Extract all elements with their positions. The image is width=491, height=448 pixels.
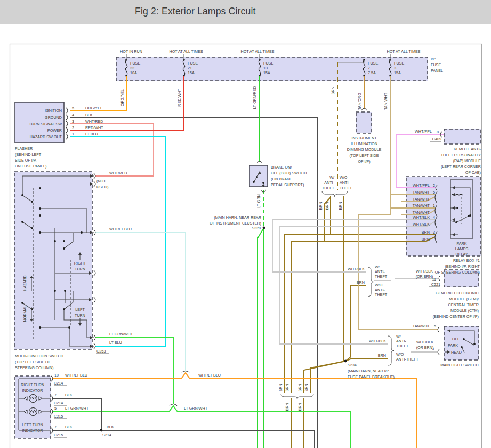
- label: CENTRAL TIMER: [448, 302, 479, 307]
- flasher-pin-name: POWER: [47, 128, 62, 133]
- pin-number: 7: [54, 393, 57, 397]
- fuse-label: FUSE: [188, 61, 198, 66]
- label: LEFT: [75, 307, 85, 312]
- power-feed-label: HOT AT ALL TIMES: [240, 49, 274, 54]
- flasher-pin-number: 4: [72, 113, 74, 117]
- pin-connector-arc: [66, 127, 68, 133]
- power-feed-label: HOT AT ALL TIMES: [169, 49, 203, 54]
- power-feed-label: HOT AT ALL TIMES: [387, 49, 420, 54]
- flasher-pin-name: HAZARD SW OUT: [30, 134, 62, 139]
- label: W/: [329, 175, 334, 180]
- pin-connector-arc: [66, 121, 68, 126]
- junction-dot: [456, 207, 458, 209]
- split-brace: [322, 191, 348, 197]
- junction-dot: [39, 214, 41, 217]
- label: BRN: [357, 280, 365, 285]
- label: TURN: [75, 313, 85, 318]
- flasher-pin-number: 5: [72, 106, 74, 110]
- junction-dot: [63, 247, 65, 250]
- label: RELAY BOX #1: [453, 258, 480, 263]
- label: ANTI-: [375, 269, 385, 274]
- wht-red-wire: [70, 124, 154, 176]
- label: INDICATOR: [22, 388, 43, 393]
- junction-dot: [63, 240, 65, 242]
- label: I/P: [431, 57, 436, 61]
- label: BRN: [278, 383, 283, 391]
- pin-number: 5: [433, 190, 435, 195]
- wire-label: BRN: [422, 237, 430, 242]
- pin-connector-arc: [94, 297, 95, 302]
- wire-label: WHT/BLK: [413, 222, 430, 227]
- label: (BEHIND CENTER OF I/P): [433, 314, 479, 319]
- junction-dot: [263, 227, 265, 229]
- wire-label: TAN/WHT: [413, 197, 430, 202]
- label: LEFT TURN: [22, 422, 43, 427]
- pin-connector-arc: [94, 270, 95, 276]
- wire-label: LT BLU: [85, 132, 98, 137]
- label: FUSE PANEL BREAKOUT): [348, 374, 395, 379]
- label: BRN: [304, 383, 309, 391]
- wire-label: WHT/RED: [109, 171, 127, 175]
- flasher-caption: (BEHIND LEFT: [15, 152, 42, 157]
- pin-number: 3: [358, 105, 360, 109]
- junction-dot: [54, 240, 56, 242]
- junction-dot: [21, 302, 23, 304]
- label: FUSE: [431, 62, 441, 67]
- label: TURN: [75, 267, 85, 271]
- junction-dot: [262, 182, 264, 184]
- fuse-number: 7: [368, 66, 370, 70]
- fuse-label: FUSE: [130, 61, 140, 66]
- label: ORG/YEL: [120, 89, 125, 106]
- wire-label: TAN/WHT: [413, 190, 430, 195]
- label: BRN: [297, 383, 302, 391]
- connector-label: C253: [96, 349, 106, 354]
- label: WHT/BLK: [416, 340, 433, 345]
- lt-grn-branch: [257, 228, 264, 448]
- label: THEFT: [340, 186, 352, 190]
- junction-dot: [63, 308, 65, 310]
- fuse-label: FUSE: [394, 61, 404, 66]
- label: (MAIN HARN, NEAR I/P: [348, 369, 389, 373]
- blk-ground-run: [52, 430, 315, 448]
- fuse-amps: 15A: [188, 70, 195, 75]
- label: BRN: [285, 403, 289, 411]
- pin-connector-arc: [94, 173, 95, 179]
- flasher-caption: SIDE OF I/P,: [15, 158, 37, 163]
- label: W/: [375, 265, 380, 269]
- label: RED/WHT: [177, 89, 182, 107]
- label: THEFT: [396, 343, 409, 348]
- label: THEFT: [375, 292, 388, 297]
- boo-caption: OFF (BOO) SWITCH: [271, 171, 307, 175]
- pin-connector-arc: [438, 349, 439, 355]
- connector-label: C215: [54, 414, 63, 419]
- flasher-pin-name: TURN SIGNAL SW: [29, 122, 62, 126]
- junction-dot: [54, 290, 56, 292]
- brn-to-gem: [345, 285, 366, 361]
- junction-dot: [468, 215, 470, 217]
- label: OF STEERING COLUMN): [435, 270, 480, 275]
- label: ANTI-THEFT: [396, 357, 419, 362]
- junction-dot: [253, 181, 255, 183]
- label: RELAY: [455, 252, 468, 257]
- label: WHT/BLK: [369, 339, 386, 343]
- wire-label: TAN/WHT: [413, 210, 430, 215]
- label: PANEL: [431, 68, 443, 73]
- fuse-number: 21: [188, 66, 192, 70]
- hazard-label: HAZARD: [22, 275, 27, 291]
- wire-label: LT GRN/WHT: [65, 406, 89, 411]
- rap-module-box: [444, 129, 481, 144]
- wire-label: WHT/LT BLU: [65, 373, 87, 378]
- junction-dot: [39, 326, 41, 329]
- label: REMOTE ANTI-: [454, 147, 481, 151]
- connector-label: C215: [54, 433, 63, 437]
- label: W/O: [396, 352, 404, 357]
- wire-label: BLK: [85, 113, 93, 117]
- fuse-amps: 15A: [394, 70, 401, 75]
- label: W/O: [375, 283, 383, 287]
- flasher-pin-name: IGNITION: [45, 108, 62, 113]
- fuse-amps: 15A: [263, 70, 270, 75]
- label: LAMPS: [455, 246, 469, 251]
- label: W/O: [340, 175, 348, 180]
- title-bar: Fig 2: Exterior Lamps Circuit: [0, 0, 491, 24]
- merge-brace: [368, 267, 374, 297]
